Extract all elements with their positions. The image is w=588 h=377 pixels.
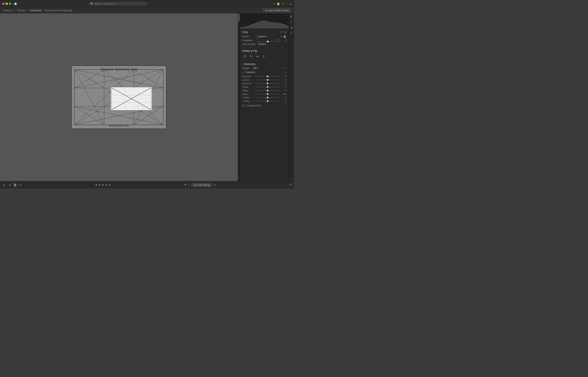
horizontal-thumb[interactable] (267, 82, 268, 84)
help-icon[interactable]: ? (286, 2, 287, 5)
vertical-value: 0 (281, 79, 286, 81)
star-1[interactable]: ★ (95, 183, 98, 187)
crop-section-header: Crop ↺ ⊞ (242, 31, 286, 34)
star-3[interactable]: ★ (102, 183, 104, 187)
aspect-slider-value: 0 (281, 89, 286, 92)
horizontal-slider[interactable] (255, 82, 280, 85)
rotate-thumb[interactable] (267, 86, 268, 88)
upright-row: Upright Off ▾ ✛ + (242, 67, 286, 70)
upright-select[interactable]: Off ▾ (253, 67, 258, 70)
constrain-crop-checkbox[interactable] (242, 105, 245, 107)
scrollbar-thumb[interactable] (238, 14, 240, 21)
aspect-thumb[interactable] (267, 90, 268, 92)
vertical-thumb[interactable] (267, 79, 268, 81)
settings-gear-icon[interactable]: ⚙ (214, 183, 216, 187)
breadcrumb-user[interactable]: suowei_hu (3, 9, 14, 12)
geometry-section: ▾ Geometry Upright Off ▾ ✛ + (242, 63, 286, 108)
sort-dropdown-icon: ▾ (20, 183, 22, 187)
yoffset-slider[interactable] (255, 100, 280, 102)
filter-icon[interactable]: ⧖ (273, 2, 275, 5)
aspect-label: Aspect (242, 35, 257, 38)
flag-pick-button[interactable]: ⚑ (184, 183, 187, 187)
vertical-slider[interactable] (255, 79, 280, 81)
star-2[interactable]: ★ (98, 183, 101, 187)
nav-forward-button[interactable]: › (22, 2, 25, 6)
slider-row-vertical: Vertical 0 (242, 79, 286, 81)
flip-v-icon[interactable]: ⇕ (261, 54, 266, 59)
search-input[interactable] (94, 2, 145, 5)
crop-action-icon[interactable]: ⊞ (284, 31, 286, 34)
window-control[interactable]: ⬜ (13, 2, 18, 5)
search-icon: 🔍 (90, 2, 93, 5)
scale-thumb[interactable] (267, 93, 268, 95)
crop-overlay[interactable] (111, 87, 152, 110)
upright-target-icon[interactable]: ✛ (282, 67, 284, 70)
distortion-thumb[interactable] (267, 75, 268, 77)
crop-inner-grid (111, 88, 152, 110)
flip-h-icon[interactable]: ⇔ (255, 54, 260, 59)
close-button[interactable] (2, 3, 4, 5)
transform-sliders: Distortion 0 Vertical (242, 75, 286, 102)
scale-slider[interactable] (255, 93, 280, 95)
distortion-slider[interactable] (255, 75, 280, 78)
scrollbar[interactable] (238, 13, 240, 181)
overlay-select[interactable]: Thirds ▾ (258, 43, 266, 46)
rotate-slider[interactable] (255, 86, 280, 88)
flag-reject-button[interactable]: ⚐ (187, 183, 190, 187)
slider-label-yoffset: Y Offset (242, 100, 254, 102)
upright-chevron-icon: ▾ (257, 67, 258, 70)
rotate-cw-icon[interactable]: ↻ (249, 54, 254, 59)
aspect-select[interactable]: Custom ▾ (257, 35, 267, 38)
star-5[interactable]: ★ (108, 183, 111, 187)
geometry-header[interactable]: ▾ Geometry (242, 63, 286, 66)
maximize-button[interactable] (9, 3, 11, 5)
cloud-icon[interactable]: ☁ (289, 2, 292, 5)
filmstrip-view-button[interactable]: ⊟ (8, 183, 12, 187)
straighten-row: Straighten AUTO 0 (242, 39, 286, 42)
star-4[interactable]: ★ (105, 183, 108, 187)
minimize-button[interactable] (6, 3, 8, 5)
slider-label-rotate: Rotate (242, 86, 254, 88)
upload-icon[interactable]: ⬆ (282, 2, 284, 5)
single-view-button[interactable]: ■ (13, 183, 17, 187)
copy-icon[interactable]: ⧉ (280, 35, 282, 38)
heal-icon[interactable]: ✦ (290, 21, 292, 24)
grid-view-button[interactable]: ⊞ (2, 183, 6, 187)
xoffset-slider[interactable] (255, 96, 280, 99)
yoffset-thumb[interactable] (267, 100, 268, 102)
aspect-slider[interactable] (255, 89, 280, 92)
geometry-chevron-icon: ▾ (242, 63, 243, 65)
xoffset-thumb[interactable] (267, 97, 268, 98)
aspect-chevron-icon: ▾ (266, 35, 267, 38)
photo-title: Dynamic Symmetry Grid (101, 67, 137, 71)
breadcrumb-pictures[interactable]: Pictures (17, 9, 25, 12)
slider-row-yoffset: Y Offset 0 (242, 100, 286, 102)
upright-plus-icon[interactable]: + (285, 67, 286, 70)
redeye-icon[interactable]: ⊕ (290, 32, 292, 35)
sort-button[interactable]: ≡ ▾ (18, 183, 22, 187)
mask-icon[interactable]: ◑ (290, 26, 292, 29)
slideshow-icon[interactable]: ⊞ (289, 183, 292, 187)
crop-tool-icon[interactable]: ⊡ (290, 15, 292, 18)
straighten-slider[interactable] (255, 41, 280, 42)
info-icon[interactable]: ⓘ (290, 178, 292, 181)
straighten-label: Straighten (242, 39, 254, 42)
search-bar[interactable]: 🔍 (88, 2, 148, 6)
bell-icon[interactable]: 🔔 (277, 2, 280, 5)
breadcrumb-experiment[interactable]: - experiment (29, 9, 41, 12)
main-area: Dynamic Symmetry Grid antongorlin.com (0, 13, 294, 181)
straighten-thumb[interactable] (267, 41, 269, 42)
slider-row-rotate: Rotate 0 (242, 86, 286, 88)
crop-reset-icon[interactable]: ↺ (280, 31, 283, 34)
right-panel: Crop ↺ ⊞ Aspect Custom ▾ (240, 13, 288, 181)
lock-icon[interactable]: 🔒 (283, 35, 286, 38)
copy-edit-button[interactable]: Copy Edit Settings (191, 183, 212, 187)
geometry-title: Geometry (244, 63, 255, 66)
nav-back-button[interactable]: ‹ (19, 2, 22, 6)
more-options-icon[interactable]: ··· (284, 49, 286, 52)
transform-chevron-icon[interactable]: ▾ (285, 71, 286, 74)
breadcrumb-bar: suowei_hu > Pictures > - experiment > dy… (0, 7, 294, 13)
cloud-copy-button[interactable]: ☁ Copy 1 Photo to Cloud (263, 8, 291, 12)
photo-container[interactable]: Dynamic Symmetry Grid antongorlin.com (71, 66, 166, 129)
rotate-ccw-icon[interactable]: ↺ (242, 54, 247, 59)
